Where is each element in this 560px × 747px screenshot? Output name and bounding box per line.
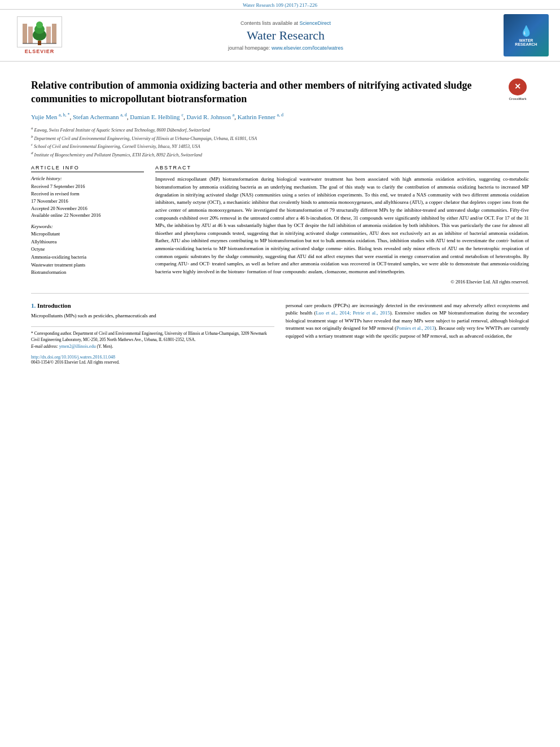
history-item-2: Received in revised form (31, 190, 144, 198)
article-info-abstract: ARTICLE INFO Article history: Received 7… (31, 165, 529, 284)
elsevier-tree-icon (20, 18, 59, 46)
crossmark-badge[interactable]: ✕ CrossMark (506, 78, 529, 101)
author-3-sup: c (181, 112, 183, 117)
keyword-6: Biotransformation (31, 269, 144, 277)
intro-title: Introduction (37, 302, 71, 309)
introduction-section: 1. Introduction Micropollutants (MPs) su… (31, 302, 529, 365)
footnote-area: * Corresponding author. Department of Ci… (31, 326, 274, 365)
article-info-heading: ARTICLE INFO (31, 165, 144, 172)
affil-d: d Institute of Biogeochemistry and Pollu… (31, 150, 529, 159)
water-drop-icon: 💧 (520, 25, 532, 37)
abstract-heading: ABSTRACT (155, 165, 529, 172)
crossmark-label: CrossMark (509, 97, 526, 101)
article-title-text: Relative contribution of ammonia oxidizi… (31, 80, 472, 104)
email-line: E-mail address: ymen2@illinois.edu (Y. M… (31, 343, 274, 350)
keywords-title: Keywords: (31, 224, 144, 229)
svg-point-3 (36, 21, 43, 28)
article-title-section: Relative contribution of ammonia oxidizi… (31, 78, 529, 106)
keyword-3: Octyne (31, 246, 144, 254)
author-3[interactable]: Damian E. Helbling (130, 113, 180, 120)
section-divider (31, 293, 529, 294)
author-4-sup: a (233, 112, 235, 117)
svg-rect-4 (23, 24, 27, 43)
elsevier-logo: ELSEVIER (11, 16, 68, 54)
intro-left-text: Micropollutants (MPs) such as pesticides… (31, 312, 274, 320)
intro-right-text: personal care products (PPCPs) are incre… (286, 302, 529, 340)
keyword-1: Micropollutant (31, 230, 144, 238)
intro-heading: 1. Introduction (31, 302, 274, 309)
elsevier-logo-box (17, 16, 62, 47)
sciencedirect-line: Contents lists available at ScienceDirec… (68, 20, 504, 26)
journal-homepage-link[interactable]: www.elsevier.com/locate/watres (272, 45, 343, 51)
author-1-sup: a, b, * (59, 112, 70, 117)
affiliations: a Eawag, Swiss Federal Institute of Aqua… (31, 125, 529, 159)
author-4[interactable]: David R. Johnson (186, 113, 231, 120)
author-5-sup: a, d (277, 112, 283, 117)
affil-a: a Eawag, Swiss Federal Institute of Aqua… (31, 125, 529, 134)
svg-rect-0 (38, 41, 41, 45)
keyword-4: Ammonia-oxidizing bacteria (31, 254, 144, 261)
article-info-column: ARTICLE INFO Article history: Received 7… (31, 165, 144, 284)
main-content: Relative contribution of ammonia oxidizi… (0, 62, 560, 373)
history-item-5: Available online 22 November 2016 (31, 212, 144, 219)
article-history-title: Article history: (31, 176, 144, 181)
abstract-column: ABSTRACT Improved micropollutant (MP) bi… (155, 165, 529, 284)
history-item-4: Accepted 20 November 2016 (31, 205, 144, 212)
affil-c: c School of Civil and Environmental Engi… (31, 142, 529, 150)
copyright-line: © 2016 Elsevier Ltd. All rights reserved… (155, 279, 529, 285)
ref-pomies[interactable]: Pomies et al., 2013 (396, 325, 434, 331)
logo-line2: RESEARCH (515, 42, 537, 46)
journal-title: Water Research (68, 28, 504, 43)
journal-center: Contents lists available at ScienceDirec… (68, 20, 504, 51)
journal-citation: Water Research 109 (2017) 217–226 (243, 2, 317, 8)
highlight-high: high (403, 176, 412, 182)
crossmark-icon: ✕ (509, 78, 527, 95)
author-1[interactable]: Yujie Men (31, 113, 57, 120)
intro-left-col: 1. Introduction Micropollutants (MPs) su… (31, 302, 274, 365)
keyword-2: Allylthiourea (31, 238, 144, 246)
author-2[interactable]: Stefan Achermann (73, 113, 119, 120)
elsevier-brand: ELSEVIER (25, 49, 55, 54)
intro-number: 1. (31, 302, 36, 309)
author-2-sup: a, d (120, 112, 127, 117)
svg-rect-5 (28, 27, 33, 43)
email-link[interactable]: ymen2@illinois.edu (59, 344, 96, 349)
journal-header: ELSEVIER Contents lists available at Sci… (0, 10, 560, 62)
journal-citation-bar: Water Research 109 (2017) 217–226 (0, 0, 560, 10)
svg-rect-6 (46, 27, 51, 43)
authors-line: Yujie Men a, b, *, Stefan Achermann a, d… (31, 112, 529, 122)
journal-homepage: journal homepage: www.elsevier.com/locat… (68, 45, 504, 51)
issn-text: 0043-1354/© 2016 Elsevier Ltd. All right… (31, 360, 274, 365)
history-item-3: 17 November 2016 (31, 198, 144, 205)
sciencedirect-link[interactable]: ScienceDirect (300, 20, 331, 26)
author-5[interactable]: Kathrin Fenner (238, 113, 275, 120)
svg-rect-7 (52, 24, 56, 43)
doi-link[interactable]: http://dx.doi.org/10.1016/j.watres.2016.… (31, 355, 115, 360)
keywords-section: Keywords: Micropollutant Allylthiourea O… (31, 224, 144, 277)
corresponding-note: * Corresponding author. Department of Ci… (31, 330, 274, 343)
affil-b: b Department of Civil and Environmental … (31, 134, 529, 142)
history-item-1: Received 7 September 2016 (31, 183, 144, 190)
abstract-body: Improved micropollutant (MP) biotransfor… (155, 176, 529, 276)
intro-right-col: personal care products (PPCPs) are incre… (286, 302, 529, 365)
ref-luo[interactable]: Luo et al., 2014; Petrie et al., 2015 (316, 310, 390, 316)
keyword-5: Wastewater treatment plants (31, 261, 144, 269)
logo-line1: WATER (519, 38, 533, 42)
water-research-logo: 💧 WATER RESEARCH (504, 14, 549, 56)
